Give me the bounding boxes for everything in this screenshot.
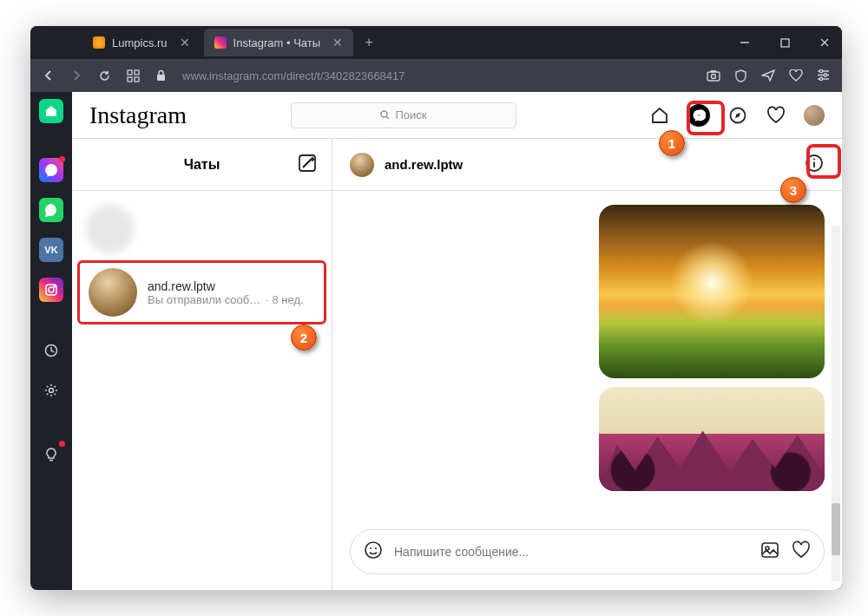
forward-button[interactable] [70, 69, 82, 82]
sidebar-home-icon[interactable] [39, 99, 63, 123]
tab-strip: Lumpics.ru ✕ Instagram • Чаты ✕ + [82, 26, 733, 59]
svg-point-20 [54, 285, 56, 287]
message-input[interactable] [394, 545, 749, 559]
close-icon[interactable]: ✕ [332, 36, 343, 49]
svg-rect-5 [135, 70, 139, 75]
new-tab-button[interactable]: + [357, 30, 381, 55]
svg-point-31 [365, 542, 381, 558]
svg-point-19 [49, 287, 54, 292]
svg-point-32 [370, 547, 372, 549]
chat-list-header: Чаты [72, 139, 332, 191]
favicon-lumpics [93, 36, 105, 49]
thread-avatar[interactable] [350, 153, 374, 177]
svg-point-17 [819, 77, 822, 80]
svg-point-24 [381, 111, 387, 117]
minimize-button[interactable] [733, 30, 757, 55]
speed-dial-button[interactable] [127, 69, 140, 82]
svg-rect-9 [707, 72, 720, 81]
search-container: Поиск [291, 102, 516, 128]
profile-avatar[interactable] [804, 105, 825, 126]
compose-button[interactable] [297, 153, 318, 177]
svg-rect-34 [762, 543, 778, 557]
like-button[interactable] [791, 540, 812, 564]
messenger-icon[interactable] [687, 104, 710, 127]
browser-window: Lumpics.ru ✕ Instagram • Чаты ✕ + www.in… [30, 26, 842, 590]
tab-title: Lumpics.ru [112, 36, 168, 49]
address-bar: www.instagram.com/direct/t/3402823668417 [30, 59, 842, 92]
sidebar-messenger-icon[interactable] [39, 158, 63, 182]
message-composer [350, 529, 825, 574]
titlebar: Lumpics.ru ✕ Instagram • Чаты ✕ + [30, 26, 842, 59]
emoji-button[interactable] [363, 540, 384, 564]
close-button[interactable] [812, 30, 837, 55]
home-icon[interactable] [649, 105, 670, 126]
sidebar-vk-icon[interactable]: VK [39, 238, 63, 262]
svg-point-10 [712, 74, 716, 78]
chat-list: and.rew.lptw Вы отправили сооб… · 8 нед. [72, 191, 332, 590]
svg-point-22 [49, 389, 54, 393]
svg-point-15 [824, 73, 826, 75]
tab-instagram[interactable]: Instagram • Чаты ✕ [204, 29, 353, 56]
svg-point-33 [375, 547, 377, 549]
sidebar-history-icon[interactable] [39, 338, 63, 363]
message-image[interactable] [599, 205, 825, 378]
svg-rect-6 [128, 77, 132, 82]
svg-point-30 [813, 158, 815, 160]
favicon-instagram [214, 36, 227, 49]
lock-icon[interactable] [155, 69, 167, 82]
chat-item-selected[interactable]: and.rew.lptw Вы отправили сооб… · 8 нед. [77, 260, 326, 324]
instagram-topbar: Instagram Поиск [72, 92, 842, 139]
page-content: Instagram Поиск [72, 92, 842, 590]
svg-rect-8 [157, 75, 165, 81]
thread-name[interactable]: and.rew.lptw [385, 157, 463, 172]
svg-rect-7 [135, 77, 139, 82]
chat-list-panel: Чаты and.rew.lptw [72, 139, 332, 590]
svg-rect-1 [781, 39, 789, 47]
svg-rect-11 [711, 70, 716, 73]
chat-avatar [89, 268, 137, 317]
sidebar-tips-icon[interactable] [39, 442, 63, 467]
svg-point-13 [819, 69, 822, 72]
chats-title: Чаты [184, 157, 220, 173]
heart-icon[interactable] [789, 69, 803, 82]
tab-title: Instagram • Чаты [233, 36, 320, 49]
callout-3: 3 [780, 177, 806, 203]
sidebar-instagram-icon[interactable] [39, 278, 63, 302]
search-placeholder: Поиск [395, 108, 426, 121]
chat-preview: Вы отправили сооб… [148, 293, 260, 306]
sidebar-whatsapp-icon[interactable] [39, 198, 63, 222]
callout-2: 2 [291, 324, 317, 351]
svg-line-25 [387, 116, 390, 119]
reload-button[interactable] [98, 69, 111, 82]
message-image[interactable] [599, 387, 825, 491]
search-input[interactable]: Поиск [291, 102, 516, 128]
url-text[interactable]: www.instagram.com/direct/t/3402823668417 [182, 69, 405, 82]
easy-setup-icon[interactable] [817, 69, 830, 82]
search-icon [380, 110, 390, 120]
close-icon[interactable]: ✕ [180, 36, 190, 49]
chat-time: · 8 нед. [266, 293, 303, 306]
svg-rect-4 [128, 70, 132, 75]
thread-header: and.rew.lptw [332, 139, 842, 191]
explore-icon[interactable] [727, 105, 748, 126]
instagram-nav [649, 104, 825, 127]
send-icon[interactable] [761, 69, 775, 82]
opera-sidebar: VK [30, 92, 72, 590]
chat-name: and.rew.lptw [148, 279, 315, 293]
messages[interactable] [332, 191, 842, 519]
chat-thread: and.rew.lptw [332, 139, 842, 590]
activity-icon[interactable] [766, 105, 786, 126]
tab-lumpics[interactable]: Lumpics.ru ✕ [82, 29, 201, 56]
snapshot-icon[interactable] [707, 69, 720, 82]
chat-item[interactable] [72, 198, 332, 260]
thread-info-button[interactable] [804, 153, 825, 177]
callout-1: 1 [659, 130, 685, 156]
adblock-icon[interactable] [734, 69, 747, 82]
back-button[interactable] [43, 69, 55, 82]
window-controls [733, 30, 837, 55]
sidebar-settings-icon[interactable] [39, 378, 63, 403]
photo-button[interactable] [760, 540, 780, 564]
maximize-button[interactable] [773, 30, 797, 55]
scrollbar-thumb[interactable] [832, 503, 840, 555]
instagram-logo[interactable]: Instagram [89, 102, 187, 129]
